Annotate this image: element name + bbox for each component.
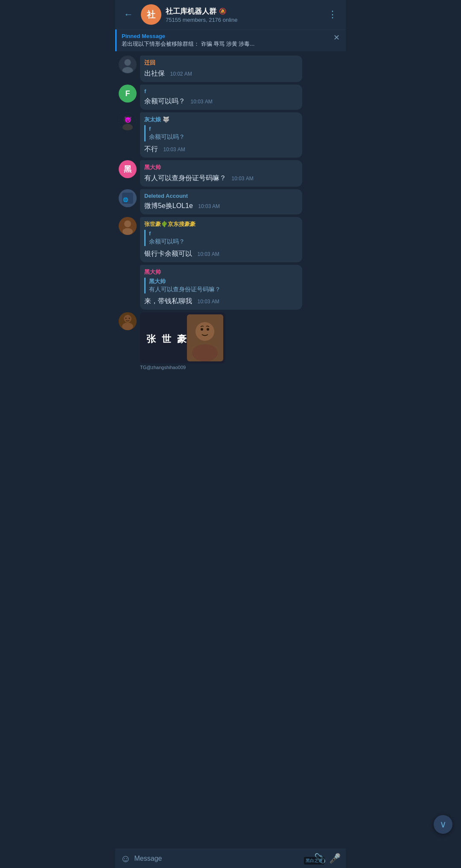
svg-point-22: [195, 322, 214, 341]
sender-name: 黑大帅: [144, 268, 298, 276]
svg-point-16: [122, 323, 133, 330]
pinned-message-bar[interactable]: Pinned Message 若出现以下情形会被移除群组： 诈骗 辱骂 涉黄 涉…: [115, 29, 346, 51]
svg-text:😈: 😈: [124, 116, 132, 123]
svg-point-24: [201, 328, 203, 331]
message-time: 10:03 AM: [197, 299, 219, 305]
table-row: 😈 灰太娘 🐺 f 余额可以吗？ 不行 10:03 AM: [119, 112, 342, 158]
message-text: 银行卡余额可以 10:03 AM: [144, 249, 298, 259]
table-row: 张 世 豪 TG@zhangshihao009: [119, 312, 342, 370]
message-text: 来，带钱私聊我 10:03 AM: [144, 296, 298, 306]
pinned-text: 若出现以下情形会被移除群组： 诈骗 辱骂 涉黄 涉毒...: [122, 40, 254, 48]
group-title: 社工库机器人群 🔕: [166, 6, 320, 16]
avatar: [119, 217, 137, 235]
message-text: 微博5e换LOL1e 10:03 AM: [144, 201, 298, 211]
mute-icon: 🔕: [219, 8, 226, 15]
input-bar: ☺ 📎 🎤 黑白之道: [115, 849, 346, 868]
svg-point-18: [129, 318, 130, 319]
message-bubble: Deleted Account 微博5e换LOL1e 10:03 AM: [140, 189, 302, 214]
avatar: 😈: [119, 112, 137, 130]
table-row: 张世豪🌵京东搜豪豪 f 余额可以吗？ 银行卡余额可以 10:03 AM: [119, 217, 342, 262]
message-bubble: 灰太娘 🐺 f 余额可以吗？ 不行 10:03 AM: [140, 112, 302, 158]
message-bubble: f 余额可以吗？ 10:03 AM: [140, 85, 302, 110]
more-button[interactable]: ⋮: [324, 7, 341, 22]
message-text: 余额可以吗？ 10:03 AM: [144, 96, 298, 106]
svg-point-25: [207, 328, 209, 331]
svg-point-13: [123, 228, 133, 235]
chat-header: ← 社 社工库机器人群 🔕 75155 members, 2176 online…: [115, 0, 346, 29]
message-time: 10:03 AM: [190, 99, 212, 105]
members-info: 75155 members, 2176 online: [166, 17, 320, 23]
sender-name: 张世豪🌵京东搜豪豪: [144, 220, 298, 228]
table-row: 迁回 出社保 10:02 AM: [119, 56, 342, 82]
avatar: [119, 56, 137, 73]
message-time: 10:03 AM: [198, 203, 220, 209]
reply-quote: f 余额可以吗？: [144, 125, 298, 141]
avatar: 🌐: [119, 189, 137, 207]
back-button[interactable]: ←: [120, 7, 137, 22]
sticker-bubble: 张 世 豪 TG@zhangshihao009: [140, 312, 225, 370]
emoji-button[interactable]: ☺: [120, 853, 131, 865]
svg-text:张 世 豪: 张 世 豪: [146, 334, 188, 344]
avatar: 黑: [119, 160, 137, 178]
reply-quote: f 余额可以吗？: [144, 230, 298, 246]
message-time: 10:03 AM: [163, 147, 185, 152]
message-text: 出社保 10:02 AM: [144, 68, 298, 79]
pinned-close-button[interactable]: ✕: [333, 33, 340, 42]
sender-name: Deleted Account: [144, 193, 298, 199]
header-info: 社工库机器人群 🔕 75155 members, 2176 online: [166, 6, 320, 23]
svg-point-15: [124, 315, 131, 323]
table-row: 黑 黑大帅 有人可以查身份证号码嘛？ 10:03 AM: [119, 160, 342, 187]
group-avatar: 社: [141, 4, 161, 25]
pinned-title: Pinned Message: [122, 33, 254, 39]
sender-name: 迁回: [144, 59, 298, 67]
message-bubble: 黑大帅 黑大帅 有人可以查身份证号码嘛？ 来，带钱私聊我 10:03 AM: [140, 265, 302, 310]
message-input[interactable]: [134, 853, 311, 864]
sticker-image: 张 世 豪: [140, 312, 225, 364]
table-row: 🌐 Deleted Account 微博5e换LOL1e 10:03 AM: [119, 189, 342, 214]
message-time: 10:03 AM: [231, 176, 253, 182]
attach-button[interactable]: 📎: [314, 853, 326, 864]
svg-point-23: [192, 344, 218, 361]
avatar: F: [119, 85, 137, 103]
message-text: 不行 10:03 AM: [144, 144, 298, 154]
sticker-caption: TG@zhangshihao009: [140, 365, 225, 370]
avatar: [119, 312, 137, 330]
svg-text:🌐: 🌐: [123, 197, 128, 202]
reply-quote: 黑大帅 有人可以查身份证号码嘛？: [144, 278, 298, 294]
message-bubble: 张世豪🌵京东搜豪豪 f 余额可以吗？ 银行卡余额可以 10:03 AM: [140, 217, 302, 262]
svg-point-1: [124, 59, 131, 66]
table-row: 黑大帅 黑大帅 有人可以查身份证号码嘛？ 来，带钱私聊我 10:03 AM: [119, 265, 342, 310]
message-bubble: 黑大帅 有人可以查身份证号码嘛？ 10:03 AM: [140, 160, 302, 187]
message-bubble: 迁回 出社保 10:02 AM: [140, 56, 302, 82]
sender-name: f: [144, 88, 298, 94]
message-text: 有人可以查身份证号码嘛？ 10:03 AM: [144, 173, 298, 183]
table-row: F f 余额可以吗？ 10:03 AM: [119, 85, 342, 110]
sender-name: 灰太娘 🐺: [144, 116, 298, 123]
message-time: 10:03 AM: [197, 251, 219, 257]
svg-point-17: [125, 318, 127, 319]
message-time: 10:02 AM: [170, 71, 192, 77]
svg-point-12: [124, 220, 131, 227]
chat-area: 迁回 出社保 10:02 AM F f 余额可以吗？ 10:03 AM 😈: [115, 52, 346, 400]
sender-name: 黑大帅: [144, 164, 298, 171]
voice-button[interactable]: 🎤: [329, 853, 341, 864]
